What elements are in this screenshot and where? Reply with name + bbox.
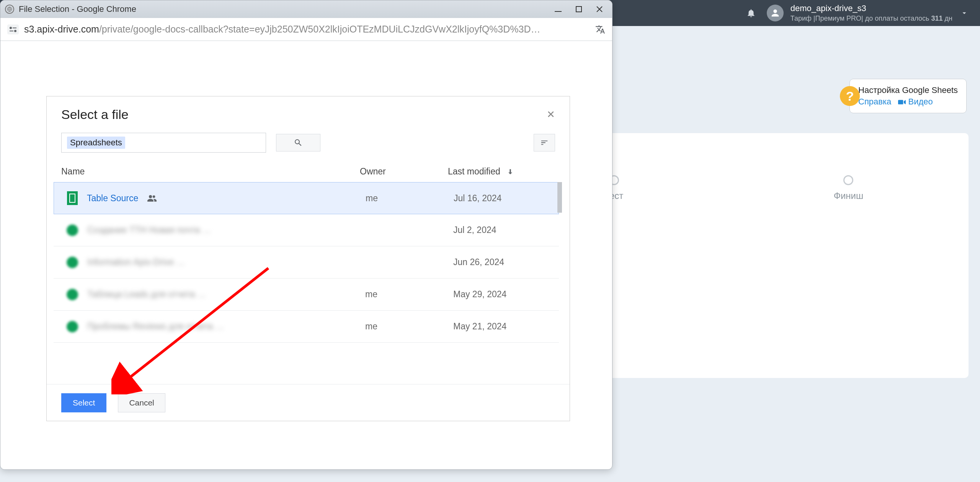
select-button[interactable]: Select bbox=[61, 393, 106, 412]
popup-title: File Selection - Google Chrome bbox=[19, 4, 549, 14]
file-row[interactable]: Проблемы Reviews для отчета … me May 21,… bbox=[54, 311, 559, 343]
file-picker: Select a file ✕ Spreadsheets Name Owner … bbox=[46, 96, 570, 421]
column-owner[interactable]: Owner bbox=[360, 166, 448, 177]
file-modified: May 21, 2024 bbox=[453, 321, 546, 332]
step-circle bbox=[843, 175, 853, 185]
file-name: Создание ТТН Новая почта … bbox=[87, 225, 211, 235]
help-tooltip: ? Настройка Google Sheets Справка Видео bbox=[849, 79, 967, 113]
sheets-icon bbox=[67, 289, 78, 300]
filter-chip[interactable]: Spreadsheets bbox=[67, 137, 125, 149]
sort-button[interactable] bbox=[534, 134, 555, 151]
question-icon[interactable]: ? bbox=[840, 86, 860, 106]
bell-icon[interactable] bbox=[745, 7, 757, 19]
sheets-icon bbox=[67, 191, 78, 205]
shared-icon bbox=[147, 195, 157, 202]
help-link-reference[interactable]: Справка bbox=[858, 97, 891, 107]
file-modified: Jul 16, 2024 bbox=[454, 193, 546, 204]
user-info[interactable]: demo_apix-drive_s3 Тариф |Премиум PRO| д… bbox=[791, 3, 952, 23]
svg-rect-8 bbox=[10, 31, 13, 31]
svg-point-5 bbox=[10, 27, 12, 29]
svg-point-9 bbox=[149, 195, 152, 198]
url-bar[interactable]: s3.apix-drive.com/private/google-docs-ca… bbox=[0, 18, 612, 41]
window-buttons bbox=[554, 5, 604, 13]
sheets-icon bbox=[67, 321, 78, 332]
column-name[interactable]: Name bbox=[61, 166, 360, 177]
svg-point-10 bbox=[153, 195, 155, 198]
chrome-popup-window: File Selection - Google Chrome s3.apix-d… bbox=[0, 0, 612, 470]
picker-toolbar: Spreadsheets bbox=[47, 129, 570, 160]
sheets-icon bbox=[67, 225, 78, 236]
cancel-button[interactable]: Cancel bbox=[118, 393, 165, 412]
sheets-icon bbox=[67, 257, 78, 268]
user-name: demo_apix-drive_s3 bbox=[791, 3, 952, 14]
picker-columns: Name Owner Last modified bbox=[47, 160, 570, 177]
step-finish[interactable]: Финиш bbox=[834, 175, 864, 201]
picker-header: Select a file ✕ bbox=[47, 96, 570, 129]
search-input[interactable]: Spreadsheets bbox=[61, 133, 266, 153]
file-row[interactable]: Создание ТТН Новая почта … Jul 2, 2024 bbox=[54, 214, 559, 246]
minimize-button[interactable] bbox=[554, 5, 562, 13]
globe-icon bbox=[5, 5, 14, 14]
maximize-button[interactable] bbox=[575, 5, 583, 13]
file-modified: Jun 26, 2024 bbox=[453, 257, 546, 267]
close-button[interactable] bbox=[595, 5, 604, 13]
picker-title: Select a file bbox=[61, 107, 129, 122]
file-owner: me bbox=[365, 321, 453, 332]
scrollbar[interactable] bbox=[557, 182, 562, 213]
svg-rect-1 bbox=[898, 100, 903, 104]
file-name: Таблица Leads для отчета … bbox=[87, 289, 206, 300]
file-row[interactable]: Information Apix-Drive … Jun 26, 2024 bbox=[54, 246, 559, 278]
site-settings-icon[interactable] bbox=[7, 24, 19, 34]
svg-rect-3 bbox=[555, 11, 562, 12]
help-title: Настройка Google Sheets bbox=[858, 85, 958, 95]
picker-footer: Select Cancel bbox=[47, 384, 570, 421]
svg-point-0 bbox=[773, 10, 777, 13]
url-text: s3.apix-drive.com/private/google-docs-ca… bbox=[24, 24, 590, 35]
picker-list: Table Source me Jul 16, 2024 Создание ТТ… bbox=[48, 182, 562, 384]
svg-point-7 bbox=[14, 30, 16, 32]
file-modified: Jul 2, 2024 bbox=[453, 225, 546, 235]
column-modified[interactable]: Last modified bbox=[448, 166, 555, 177]
sort-arrow-down-icon bbox=[506, 168, 514, 176]
search-button[interactable] bbox=[276, 134, 320, 151]
file-row[interactable]: Таблица Leads для отчета … me May 29, 20… bbox=[54, 278, 559, 311]
file-owner: me bbox=[366, 193, 454, 204]
file-row[interactable]: Table Source me Jul 16, 2024 bbox=[54, 182, 559, 214]
popup-titlebar[interactable]: File Selection - Google Chrome bbox=[0, 0, 612, 18]
file-modified: May 29, 2024 bbox=[453, 289, 546, 300]
close-icon[interactable]: ✕ bbox=[547, 109, 555, 120]
file-name: Проблемы Reviews для отчета … bbox=[87, 321, 224, 332]
svg-rect-4 bbox=[576, 7, 581, 12]
help-text: Настройка Google Sheets Справка Видео bbox=[858, 85, 958, 107]
file-name: Table Source bbox=[87, 193, 138, 204]
svg-rect-6 bbox=[13, 28, 16, 28]
avatar[interactable] bbox=[767, 5, 784, 21]
chevron-down-icon[interactable] bbox=[960, 9, 969, 17]
translate-icon[interactable] bbox=[595, 24, 605, 34]
file-name: Information Apix-Drive … bbox=[87, 257, 185, 267]
file-owner: me bbox=[365, 289, 453, 300]
help-link-video[interactable]: Видео bbox=[898, 97, 933, 107]
step-label: Финиш bbox=[834, 191, 864, 201]
user-tariff: Тариф |Премиум PRO| до оплаты осталось 3… bbox=[791, 14, 952, 23]
